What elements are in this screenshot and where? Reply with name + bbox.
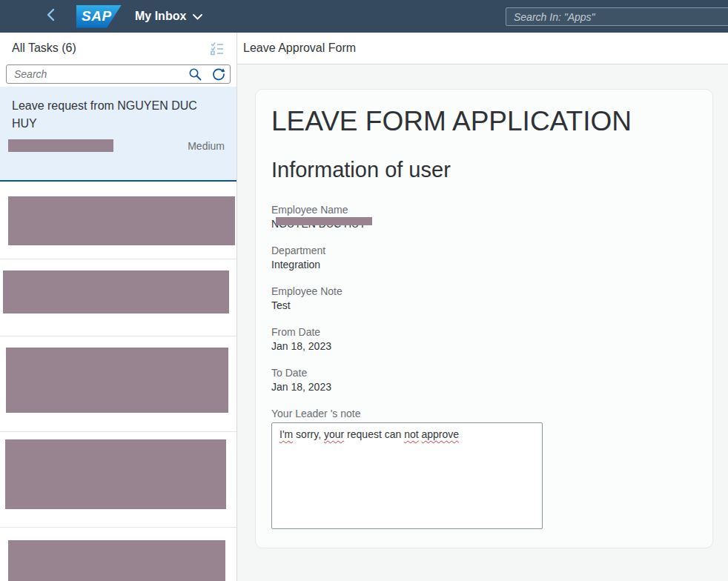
task-list-header: All Tasks (6) (0, 33, 236, 64)
task-item-redacted[interactable] (0, 528, 236, 581)
redacted-subtitle (8, 139, 113, 152)
note-word-misspelled: your (324, 428, 344, 440)
form-fields: Employee Name NGUYEN DUC HUY Department … (271, 204, 697, 529)
chevron-down-icon (193, 10, 202, 23)
detail-header: Leave Approval Form (237, 33, 728, 64)
task-item-redacted[interactable] (0, 182, 236, 259)
shell-search-input[interactable] (506, 7, 728, 26)
task-item-redacted[interactable] (0, 336, 236, 432)
sap-logo-text: SAP (82, 8, 112, 24)
multi-select-icon[interactable] (208, 40, 225, 56)
redacted-task-content (8, 540, 225, 581)
detail-page-title: Leave Approval Form (243, 42, 356, 55)
field-from-date: From Date Jan 18, 2023 (271, 326, 697, 352)
field-value: Test (271, 299, 291, 311)
leave-form-card: LEAVE FORM APPLICATION Information of us… (255, 89, 713, 548)
field-label: Your Leader 's note (271, 408, 697, 419)
field-label: From Date (271, 326, 697, 338)
search-icon[interactable] (188, 67, 202, 82)
task-item-redacted[interactable] (0, 259, 236, 336)
task-list-panel: All Tasks (6) (0, 33, 237, 581)
shell-bar: SAP My Inbox (0, 0, 728, 33)
refresh-icon[interactable] (211, 67, 226, 82)
field-leader-note: Your Leader 's note I'm sorry, your requ… (271, 408, 697, 529)
task-subtitle-row: Medium (0, 133, 236, 162)
sap-logo[interactable]: SAP (76, 5, 122, 28)
field-employee-note: Employee Note Test (271, 285, 697, 311)
all-tasks-count-title: All Tasks (6) (12, 42, 76, 55)
redacted-task-content (3, 270, 229, 313)
back-chevron-icon (46, 8, 55, 24)
note-word: request can (344, 428, 404, 440)
field-value: Jan 18, 2023 (271, 340, 331, 352)
field-label: To Date (271, 367, 697, 379)
field-value: Integration (271, 259, 320, 270)
redacted-task-content (5, 439, 226, 509)
task-title: Leave request from NGUYEN DUC HUY (0, 87, 236, 133)
field-label: Employee Note (271, 285, 697, 297)
note-word-misspelled: not (404, 428, 418, 440)
back-button[interactable] (43, 9, 58, 24)
task-list: Leave request from NGUYEN DUC HUY Medium (0, 87, 236, 581)
redacted-employee-name (276, 217, 372, 225)
field-value: NGUYEN DUC HUY (271, 218, 366, 230)
note-word-misspelled: approve (422, 428, 460, 440)
field-label: Department (271, 245, 697, 256)
field-employee-name: Employee Name NGUYEN DUC HUY (271, 204, 697, 230)
form-title: LEAVE FORM APPLICATION (271, 106, 697, 138)
field-to-date: To Date Jan 18, 2023 (271, 367, 697, 393)
my-inbox-app: SAP My Inbox All Tasks (6) (0, 0, 728, 581)
leader-note-textarea[interactable]: I'm sorry, your request can not approve (271, 422, 543, 529)
detail-panel: Leave Approval Form LEAVE FORM APPLICATI… (237, 33, 728, 581)
task-item-redacted[interactable] (0, 432, 236, 528)
app-title: My Inbox (135, 10, 186, 23)
field-department: Department Integration (271, 245, 697, 270)
field-label: Employee Name (271, 204, 697, 216)
note-word-misspelled: I'm (279, 428, 293, 440)
task-priority-badge: Medium (188, 140, 225, 152)
app-title-menu[interactable]: My Inbox (135, 10, 202, 23)
redacted-task-content (6, 348, 228, 413)
section-title: Information of user (271, 158, 697, 182)
field-value: Jan 18, 2023 (271, 381, 331, 393)
note-word: sorry, (293, 428, 324, 440)
task-item-selected[interactable]: Leave request from NGUYEN DUC HUY Medium (0, 87, 236, 182)
task-search-row (6, 64, 231, 84)
redacted-task-content (8, 196, 235, 245)
